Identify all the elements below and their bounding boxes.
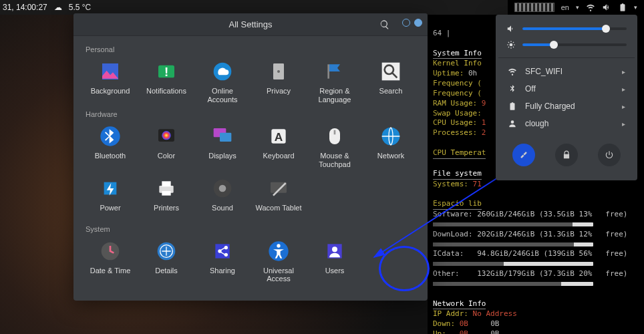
grid-personal: Background !Notifications Online Account… <box>83 56 418 106</box>
conky-software-val: 260GiB/246GiB (33.5GiB 13% free) <box>477 210 627 218</box>
label-displays: Displays <box>208 152 236 160</box>
svg-point-0 <box>510 43 513 47</box>
search-icon[interactable] <box>379 19 390 30</box>
label-mouse: Mouse & Touchpad <box>309 152 361 168</box>
conky-freq2: Frequency ( <box>433 89 482 98</box>
cpu-graph-icon <box>514 3 554 12</box>
brightness-slider-row <box>498 37 635 52</box>
item-mouse-touchpad[interactable]: Mouse & Touchpad <box>307 121 362 171</box>
section-hardware: Hardware <box>86 110 418 118</box>
item-region-language[interactable]: Region & Language <box>307 56 362 106</box>
bluetooth-row[interactable]: Off ▸ <box>498 81 635 97</box>
item-displays[interactable]: Displays <box>195 121 250 171</box>
conky-proc-lbl: Processes: <box>433 128 477 137</box>
volume-slider[interactable] <box>522 27 627 30</box>
svg-point-1 <box>511 120 514 124</box>
svg-rect-23 <box>162 191 170 196</box>
topbar-left: 31, 14:00:27 ☁ 5.5 °C <box>3 3 91 12</box>
chevron-right-icon: ▸ <box>622 120 625 128</box>
item-privacy[interactable]: Privacy <box>251 56 306 106</box>
chevron-right-icon: ▸ <box>622 103 625 110</box>
battery-icon[interactable] <box>618 3 627 12</box>
svg-point-13 <box>162 131 170 140</box>
item-printers[interactable]: Printers <box>139 173 194 221</box>
lock-icon <box>562 150 571 160</box>
window-maximize-icon[interactable] <box>414 19 422 27</box>
item-power[interactable]: Power <box>83 173 138 221</box>
svg-rect-22 <box>162 181 170 186</box>
settings-header: All Settings <box>73 13 428 36</box>
battery-row[interactable]: Fully Charged ▸ <box>498 98 635 114</box>
label-keyboard: Keyboard <box>263 152 294 160</box>
window-controls[interactable] <box>402 19 422 27</box>
power-button[interactable] <box>598 144 621 166</box>
item-background[interactable]: Background <box>83 56 138 106</box>
conky-uptime-val: 0h <box>468 69 477 77</box>
label-color: Color <box>158 152 175 160</box>
item-wacom[interactable]: Wacom Tablet <box>251 173 306 221</box>
conky-uptime-lbl: Uptime: <box>433 69 464 77</box>
conky-down-lbl: Down: <box>433 319 455 328</box>
conky-systems-lbl: Systems: <box>433 180 468 188</box>
user-row[interactable]: clough ▸ <box>498 116 635 132</box>
clock-text: 31, 14:00:27 <box>3 3 47 12</box>
item-keyboard[interactable]: AKeyboard <box>251 121 306 171</box>
settings-tools-icon <box>519 150 528 160</box>
volume-icon <box>506 24 516 33</box>
wifi-label: SFC_WIFI <box>525 67 562 76</box>
battery-label: Fully Charged <box>525 102 575 111</box>
dropdown-chevron-icon: ▾ <box>576 4 579 11</box>
chevron-right-icon: ▸ <box>622 86 625 93</box>
brightness-icon <box>506 40 516 49</box>
label-privacy: Privacy <box>267 87 291 96</box>
settings-button[interactable] <box>512 144 535 166</box>
quick-settings-panel: SFC_WIFI ▸ Off ▸ Fully Charged ▸ clough … <box>496 15 637 180</box>
item-sharing[interactable]: Sharing <box>195 236 250 286</box>
brightness-slider[interactable] <box>522 43 627 46</box>
topbar-right: en ▾ ▾ <box>508 0 644 15</box>
item-universal-access[interactable]: Universal Access <box>251 236 306 286</box>
wifi-row[interactable]: SFC_WIFI ▸ <box>498 63 635 79</box>
wifi-icon[interactable] <box>586 3 595 12</box>
item-network[interactable]: Network <box>363 121 418 171</box>
label-sound: Sound <box>212 204 233 212</box>
conky-up-total: 0B <box>490 329 499 334</box>
conky-other-lbl: Other: <box>433 269 460 278</box>
svg-rect-8 <box>327 64 329 78</box>
svg-rect-15 <box>220 133 231 142</box>
item-users[interactable]: Users <box>307 236 362 286</box>
lang-indicator[interactable]: en <box>561 3 569 11</box>
item-search[interactable]: Search <box>363 56 418 106</box>
volume-icon[interactable] <box>602 3 611 12</box>
wifi-icon <box>508 67 517 76</box>
conky-other-val: 132GiB/179GiB (37.3GiB 20% free) <box>477 269 627 278</box>
section-system: System <box>86 225 418 233</box>
item-color[interactable]: Color <box>139 121 194 171</box>
label-sharing: Sharing <box>210 267 235 275</box>
label-bluetooth: Bluetooth <box>95 152 126 160</box>
dropdown-chevron-icon[interactable]: ▾ <box>634 4 637 11</box>
volume-slider-row <box>498 21 635 36</box>
svg-point-35 <box>277 244 280 247</box>
user-icon <box>508 119 517 128</box>
item-online-accounts[interactable]: Online Accounts <box>195 56 250 106</box>
separator <box>498 57 635 58</box>
label-background: Background <box>91 87 130 96</box>
label-power: Power <box>100 204 120 212</box>
conky-freq1: Frequency ( <box>433 79 482 88</box>
conky-sysinfo-header: System Info <box>433 49 482 59</box>
item-notifications[interactable]: !Notifications <box>139 56 194 106</box>
item-sound[interactable]: Sound <box>195 173 250 221</box>
lock-button[interactable] <box>555 144 578 166</box>
label-notifications: Notifications <box>146 87 186 96</box>
item-bluetooth[interactable]: Bluetooth <box>83 121 138 171</box>
svg-rect-18 <box>334 130 336 135</box>
conky-down-total: 0B <box>490 319 499 328</box>
conky-up-val: 0B <box>460 329 468 334</box>
item-date-time[interactable]: Date & Time <box>83 236 138 286</box>
item-details[interactable]: Details <box>139 236 194 286</box>
conky-systems-val: 71 <box>473 180 482 188</box>
window-minimize-icon[interactable] <box>402 19 410 27</box>
conky-cputemp: CPU Temperat <box>433 148 486 159</box>
label-online-accounts: Online Accounts <box>196 87 249 104</box>
